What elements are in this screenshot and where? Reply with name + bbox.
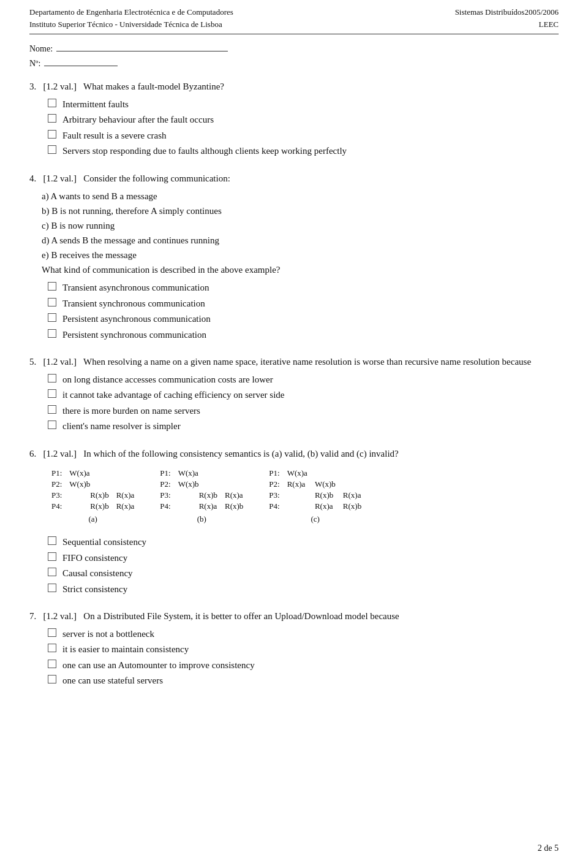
no-input[interactable] <box>44 56 118 66</box>
cell: P1: <box>265 468 283 479</box>
q3-option-3: Fault result is a severe crash <box>62 129 167 143</box>
q3-option-4: Servers stop responding due to faults al… <box>62 144 347 158</box>
cell: R(x)a <box>113 501 138 512</box>
list-item: Transient synchronous communication <box>48 297 559 311</box>
checkbox-icon[interactable] <box>48 114 56 123</box>
q5-number: 5. <box>29 357 36 367</box>
question-5: 5. [1.2 val.] When resolving a name on a… <box>29 355 559 433</box>
q5-value: [1.2 val.] <box>43 357 77 367</box>
cell: P4: <box>48 501 66 512</box>
checkbox-icon[interactable] <box>48 389 56 398</box>
q6-value: [1.2 val.] <box>43 449 77 459</box>
q4-option-4: Persistent synchronous communication <box>62 328 206 342</box>
checkbox-icon[interactable] <box>48 644 56 652</box>
cell: R(x)b <box>221 501 247 512</box>
list-item: Sequential consistency <box>48 535 559 549</box>
cell <box>221 468 247 479</box>
q4-option-2: Transient synchronous communication <box>62 297 205 311</box>
q7-options: server is not a bottleneck it is easier … <box>48 627 559 688</box>
cell: P2: <box>156 479 174 490</box>
list-item: FIFO consistency <box>48 551 559 565</box>
q5-option-2: it cannot take advantage of caching effi… <box>62 388 284 402</box>
cell: R(x)a <box>113 490 138 501</box>
no-label: Nº: <box>29 59 40 69</box>
list-item: there is more burden on name servers <box>48 404 559 418</box>
q5-option-4: client's name resolver is simpler <box>62 419 181 433</box>
cell: R(x)a <box>339 490 365 501</box>
list-item: one can use an Automounter to improve co… <box>48 658 559 672</box>
q7-option-4: one can use stateful servers <box>62 674 163 688</box>
q6-option-1: Sequential consistency <box>62 535 146 549</box>
checkbox-icon[interactable] <box>48 99 56 107</box>
checkbox-icon[interactable] <box>48 329 56 338</box>
checkbox-icon[interactable] <box>48 568 56 576</box>
header-institution-line2: Instituto Superior Técnico - Universidad… <box>29 18 233 31</box>
q6-option-4: Strict consistency <box>62 582 127 596</box>
table-row: P4: R(x)a R(x)b <box>156 501 247 512</box>
checkbox-icon[interactable] <box>48 374 56 383</box>
header: Departamento de Engenharia Electrotécnic… <box>29 0 559 34</box>
consistency-table-a: P1: W(x)a P2: W(x)b P3: R(x)b R(x)a <box>48 468 138 524</box>
checkbox-icon[interactable] <box>48 584 56 592</box>
q5-option-3: there is more burden on name servers <box>62 404 200 418</box>
q4-options: Transient asynchronous communication Tra… <box>48 281 559 341</box>
list-item: on long distance accesses communication … <box>48 373 559 387</box>
header-course: Sistemas Distribuídos2005/2006 <box>455 6 559 18</box>
q7-option-1: server is not a bottleneck <box>62 627 154 641</box>
q6-option-2: FIFO consistency <box>62 551 127 565</box>
list-item: Intermittent faults <box>48 97 559 112</box>
cell <box>113 468 138 479</box>
q5-title: 5. [1.2 val.] When resolving a name on a… <box>29 355 559 369</box>
cell <box>284 490 311 501</box>
checkbox-icon[interactable] <box>48 660 56 668</box>
header-left: Departamento de Engenharia Electrotécnic… <box>29 6 233 30</box>
cell: P3: <box>48 490 66 501</box>
header-right: Sistemas Distribuídos2005/2006 LEEC <box>455 6 559 30</box>
checkbox-icon[interactable] <box>48 628 56 637</box>
cell: W(x)b <box>66 479 112 490</box>
checkbox-icon[interactable] <box>48 313 56 322</box>
checkbox-icon[interactable] <box>48 130 56 139</box>
cell: R(x)b <box>66 501 112 512</box>
cell: R(x)a <box>284 479 311 490</box>
cell: R(x)b <box>339 501 365 512</box>
cell <box>221 479 247 490</box>
checkbox-icon[interactable] <box>48 282 56 291</box>
q7-question: On a Distributed File System, it is bett… <box>83 611 399 621</box>
q4-number: 4. <box>29 173 36 183</box>
q3-question: What makes a fault-model Byzantine? <box>83 82 224 91</box>
checkbox-icon[interactable] <box>48 298 56 306</box>
list-item: one can use stateful servers <box>48 674 559 688</box>
q7-option-3: one can use an Automounter to improve co… <box>62 658 255 672</box>
q4-value: [1.2 val.] <box>43 173 77 183</box>
checkbox-icon[interactable] <box>48 536 56 545</box>
question-3: 3. [1.2 val.] What makes a fault-model B… <box>29 80 559 158</box>
cell: W(x)b <box>175 479 221 490</box>
cell <box>311 468 339 479</box>
table-row: P1: W(x)a <box>265 468 365 479</box>
q3-option-2: Arbitrary behaviour after the fault occu… <box>62 113 214 127</box>
cell: W(x)b <box>311 479 339 490</box>
nome-input[interactable] <box>56 42 228 51</box>
cell: R(x)b <box>175 490 221 501</box>
checkbox-icon[interactable] <box>48 552 56 561</box>
q5-option-1: on long distance accesses communication … <box>62 373 273 387</box>
q6-number: 6. <box>29 449 36 459</box>
table-row: P2: R(x)a W(x)b <box>265 479 365 490</box>
list-item: Servers stop responding due to faults al… <box>48 144 559 158</box>
checkbox-icon[interactable] <box>48 675 56 683</box>
checkbox-icon[interactable] <box>48 405 56 414</box>
cell: P3: <box>156 490 174 501</box>
checkbox-icon[interactable] <box>48 145 56 154</box>
cell: R(x)b <box>311 490 339 501</box>
q4-question: Consider the following communication: <box>83 173 230 183</box>
list-item: Strict consistency <box>48 582 559 596</box>
q7-title: 7. [1.2 val.] On a Distributed File Syst… <box>29 609 559 623</box>
checkbox-icon[interactable] <box>48 421 56 429</box>
consistency-table-c: P1: W(x)a P2: R(x)a W(x)b P3: R( <box>265 468 365 524</box>
q6-question: In which of the following consistency se… <box>83 449 398 459</box>
cell: W(x)a <box>284 468 311 479</box>
q3-value: [1.2 val.] <box>43 82 77 91</box>
table-row: P4: R(x)a R(x)b <box>265 501 365 512</box>
list-item: Arbitrary behaviour after the fault occu… <box>48 113 559 127</box>
